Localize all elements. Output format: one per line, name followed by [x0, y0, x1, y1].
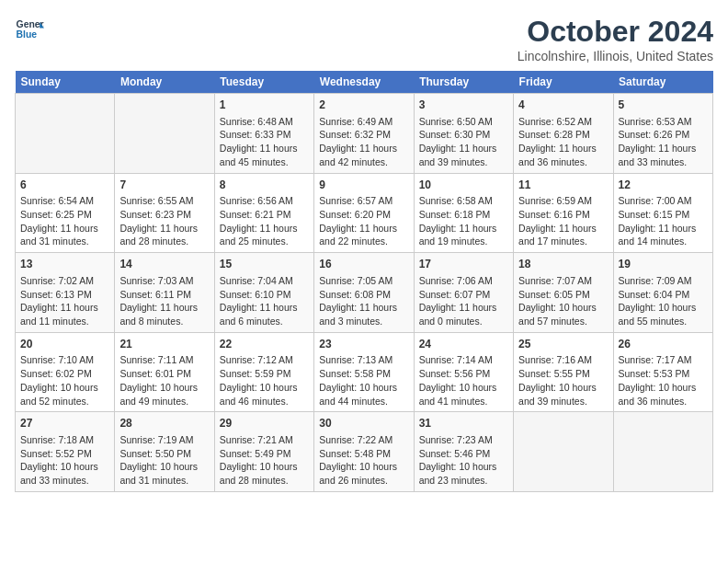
- day-info: Daylight: 11 hours and 36 minutes.: [518, 142, 608, 168]
- day-info: Sunset: 6:10 PM: [220, 288, 309, 302]
- day-info: Sunset: 5:52 PM: [20, 447, 109, 461]
- calendar-cell: 20Sunrise: 7:10 AMSunset: 6:02 PMDayligh…: [16, 332, 115, 412]
- day-info: Daylight: 11 hours and 42 minutes.: [319, 142, 408, 168]
- calendar-cell: 8Sunrise: 6:56 AMSunset: 6:21 PMDaylight…: [214, 173, 313, 253]
- day-info: Daylight: 10 hours and 33 minutes.: [20, 460, 109, 487]
- day-info: Sunrise: 6:53 AM: [619, 115, 708, 129]
- calendar-cell: 30Sunrise: 7:22 AMSunset: 5:48 PMDayligh…: [314, 412, 414, 492]
- day-info: Sunset: 6:04 PM: [619, 288, 708, 302]
- weekday-header: Thursday: [414, 71, 513, 94]
- day-info: Daylight: 11 hours and 28 minutes.: [119, 222, 209, 248]
- day-info: Daylight: 11 hours and 45 minutes.: [220, 142, 309, 168]
- day-number: 12: [619, 178, 708, 193]
- day-info: Sunset: 6:28 PM: [518, 128, 608, 142]
- day-info: Sunset: 5:58 PM: [319, 367, 408, 381]
- day-info: Sunset: 5:53 PM: [619, 367, 708, 381]
- weekday-header: Saturday: [613, 71, 712, 94]
- calendar-cell: 21Sunrise: 7:11 AMSunset: 6:01 PMDayligh…: [115, 332, 214, 412]
- day-info: Sunrise: 7:00 AM: [619, 194, 708, 208]
- calendar-cell: 28Sunrise: 7:19 AMSunset: 5:50 PMDayligh…: [115, 412, 214, 492]
- day-info: Sunrise: 7:21 AM: [220, 433, 309, 447]
- day-info: Sunrise: 6:58 AM: [419, 194, 508, 208]
- day-info: Daylight: 11 hours and 0 minutes.: [419, 301, 508, 327]
- day-info: Daylight: 11 hours and 14 minutes.: [619, 222, 708, 248]
- day-info: Sunset: 5:46 PM: [419, 447, 508, 461]
- day-info: Sunrise: 7:02 AM: [20, 274, 109, 288]
- day-number: 9: [319, 178, 408, 193]
- calendar-cell: 25Sunrise: 7:16 AMSunset: 5:55 PMDayligh…: [514, 332, 613, 412]
- day-number: 11: [518, 178, 608, 193]
- calendar-cell: [115, 94, 214, 174]
- day-info: Sunrise: 6:59 AM: [518, 194, 608, 208]
- calendar-cell: 17Sunrise: 7:06 AMSunset: 6:07 PMDayligh…: [414, 253, 513, 333]
- day-info: Daylight: 10 hours and 36 minutes.: [619, 381, 708, 408]
- day-info: Sunset: 6:25 PM: [20, 208, 109, 222]
- day-number: 22: [220, 337, 309, 352]
- day-number: 16: [319, 257, 408, 272]
- svg-text:Blue: Blue: [17, 29, 38, 40]
- calendar-cell: 9Sunrise: 6:57 AMSunset: 6:20 PMDaylight…: [314, 173, 414, 253]
- day-info: Sunrise: 7:11 AM: [119, 353, 209, 367]
- day-number: 14: [119, 257, 209, 272]
- day-info: Daylight: 11 hours and 8 minutes.: [119, 301, 209, 327]
- day-info: Sunrise: 7:10 AM: [20, 353, 109, 367]
- day-info: Sunset: 6:02 PM: [20, 367, 109, 381]
- calendar-cell: 3Sunrise: 6:50 AMSunset: 6:30 PMDaylight…: [414, 94, 513, 174]
- day-number: 2: [319, 98, 408, 113]
- day-info: Daylight: 10 hours and 49 minutes.: [119, 381, 209, 408]
- day-info: Sunset: 5:50 PM: [119, 447, 209, 461]
- day-number: 8: [220, 178, 309, 193]
- day-info: Sunset: 6:07 PM: [419, 288, 508, 302]
- calendar-cell: 6Sunrise: 6:54 AMSunset: 6:25 PMDaylight…: [16, 173, 115, 253]
- weekday-header: Sunday: [16, 71, 115, 94]
- calendar-cell: 15Sunrise: 7:04 AMSunset: 6:10 PMDayligh…: [214, 253, 313, 333]
- location: Lincolnshire, Illinois, United States: [518, 49, 713, 63]
- day-info: Sunset: 6:21 PM: [220, 208, 309, 222]
- day-info: Sunset: 6:05 PM: [518, 288, 608, 302]
- day-info: Daylight: 10 hours and 31 minutes.: [119, 460, 209, 487]
- weekday-header: Tuesday: [214, 71, 313, 94]
- day-info: Sunrise: 7:03 AM: [119, 274, 209, 288]
- day-info: Daylight: 11 hours and 19 minutes.: [419, 222, 508, 248]
- day-info: Sunrise: 6:54 AM: [20, 194, 109, 208]
- day-info: Sunset: 5:48 PM: [319, 447, 408, 461]
- day-number: 4: [518, 98, 608, 113]
- day-info: Daylight: 11 hours and 31 minutes.: [20, 222, 109, 248]
- day-info: Sunset: 5:56 PM: [419, 367, 508, 381]
- day-number: 20: [20, 337, 109, 352]
- calendar-cell: 13Sunrise: 7:02 AMSunset: 6:13 PMDayligh…: [16, 253, 115, 333]
- calendar-cell: 27Sunrise: 7:18 AMSunset: 5:52 PMDayligh…: [16, 412, 115, 492]
- day-info: Daylight: 11 hours and 33 minutes.: [619, 142, 708, 168]
- day-number: 6: [20, 178, 109, 193]
- day-info: Sunset: 6:01 PM: [119, 367, 209, 381]
- calendar-cell: 18Sunrise: 7:07 AMSunset: 6:05 PMDayligh…: [514, 253, 613, 333]
- day-info: Daylight: 11 hours and 25 minutes.: [220, 222, 309, 248]
- day-info: Daylight: 11 hours and 11 minutes.: [20, 301, 109, 327]
- day-number: 13: [20, 257, 109, 272]
- day-info: Sunset: 6:32 PM: [319, 128, 408, 142]
- day-info: Sunset: 6:23 PM: [119, 208, 209, 222]
- day-info: Daylight: 11 hours and 22 minutes.: [319, 222, 408, 248]
- calendar-cell: 16Sunrise: 7:05 AMSunset: 6:08 PMDayligh…: [314, 253, 414, 333]
- day-info: Sunrise: 6:52 AM: [518, 115, 608, 129]
- calendar-table: SundayMondayTuesdayWednesdayThursdayFrid…: [15, 71, 713, 492]
- calendar-cell: 4Sunrise: 6:52 AMSunset: 6:28 PMDaylight…: [514, 94, 613, 174]
- logo-icon: General Blue: [15, 15, 44, 44]
- day-number: 25: [518, 337, 608, 352]
- day-info: Sunrise: 6:49 AM: [319, 115, 408, 129]
- day-number: 29: [220, 416, 309, 431]
- day-info: Sunset: 5:49 PM: [220, 447, 309, 461]
- calendar-week-row: 1Sunrise: 6:48 AMSunset: 6:33 PMDaylight…: [16, 94, 713, 174]
- day-info: Sunrise: 6:48 AM: [220, 115, 309, 129]
- calendar-cell: 2Sunrise: 6:49 AMSunset: 6:32 PMDaylight…: [314, 94, 414, 174]
- day-info: Sunrise: 7:05 AM: [319, 274, 408, 288]
- month-title: October 2024: [518, 15, 713, 49]
- day-number: 18: [518, 257, 608, 272]
- day-number: 1: [220, 98, 309, 113]
- day-info: Sunrise: 6:50 AM: [419, 115, 508, 129]
- day-number: 7: [119, 178, 209, 193]
- calendar-cell: 12Sunrise: 7:00 AMSunset: 6:15 PMDayligh…: [613, 173, 712, 253]
- logo: General Blue: [15, 15, 44, 44]
- day-info: Sunset: 5:55 PM: [518, 367, 608, 381]
- calendar-week-row: 6Sunrise: 6:54 AMSunset: 6:25 PMDaylight…: [16, 173, 713, 253]
